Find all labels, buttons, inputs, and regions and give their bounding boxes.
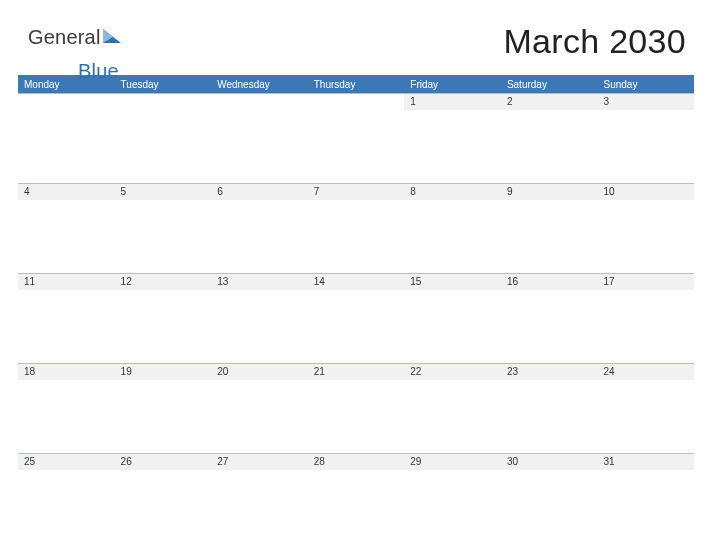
logo-text-row: General [28,26,121,51]
day-cell: 13 [211,273,308,363]
day-number: 21 [308,364,405,380]
day-number: 9 [501,184,598,200]
day-cell: 31 [597,453,694,543]
day-number: 8 [404,184,501,200]
dow-saturday: Saturday [501,79,598,90]
week-row: 4 5 6 7 8 9 10 [18,183,694,273]
day-cell: 2 [501,93,598,183]
day-number [18,94,115,110]
dow-friday: Friday [404,79,501,90]
day-cell [115,93,212,183]
day-number: 12 [115,274,212,290]
day-cell: 22 [404,363,501,453]
day-number: 4 [18,184,115,200]
day-number: 15 [404,274,501,290]
calendar-page: General Blue March 2030 Monday Tuesday W… [0,0,712,550]
week-row: 25 26 27 28 29 30 31 [18,453,694,543]
day-cell: 3 [597,93,694,183]
brand-logo: General Blue [18,22,121,51]
day-number: 5 [115,184,212,200]
day-number: 6 [211,184,308,200]
day-cell: 30 [501,453,598,543]
dow-thursday: Thursday [308,79,405,90]
header: General Blue March 2030 [18,22,694,61]
day-cell: 5 [115,183,212,273]
day-cell: 15 [404,273,501,363]
week-row: 1 2 3 [18,93,694,183]
brand-word-2: Blue [78,60,119,83]
day-number: 28 [308,454,405,470]
day-cell: 21 [308,363,405,453]
day-cell: 29 [404,453,501,543]
day-of-week-header: Monday Tuesday Wednesday Thursday Friday… [18,75,694,93]
day-number: 10 [597,184,694,200]
day-cell: 27 [211,453,308,543]
day-cell: 24 [597,363,694,453]
day-number: 29 [404,454,501,470]
day-cell: 28 [308,453,405,543]
day-cell: 10 [597,183,694,273]
week-row: 18 19 20 21 22 23 24 [18,363,694,453]
day-number: 16 [501,274,598,290]
day-number: 31 [597,454,694,470]
day-cell: 19 [115,363,212,453]
day-cell: 25 [18,453,115,543]
day-cell: 9 [501,183,598,273]
calendar-grid: Monday Tuesday Wednesday Thursday Friday… [18,75,694,543]
day-number: 14 [308,274,405,290]
day-number: 25 [18,454,115,470]
day-cell: 4 [18,183,115,273]
dow-wednesday: Wednesday [211,79,308,90]
day-number: 20 [211,364,308,380]
day-cell: 8 [404,183,501,273]
day-number: 18 [18,364,115,380]
day-number: 27 [211,454,308,470]
day-cell: 1 [404,93,501,183]
day-number: 1 [404,94,501,110]
dow-tuesday: Tuesday [115,79,212,90]
day-number: 24 [597,364,694,380]
day-cell: 16 [501,273,598,363]
day-number: 23 [501,364,598,380]
day-number: 11 [18,274,115,290]
day-cell: 12 [115,273,212,363]
day-number: 13 [211,274,308,290]
day-cell: 20 [211,363,308,453]
day-cell: 7 [308,183,405,273]
day-cell: 23 [501,363,598,453]
day-number: 3 [597,94,694,110]
day-number [211,94,308,110]
page-title: March 2030 [503,22,694,61]
week-row: 11 12 13 14 15 16 17 [18,273,694,363]
day-cell: 17 [597,273,694,363]
day-cell: 11 [18,273,115,363]
day-cell [308,93,405,183]
day-cell: 18 [18,363,115,453]
day-number [115,94,212,110]
day-cell [211,93,308,183]
day-number: 22 [404,364,501,380]
day-number [308,94,405,110]
brand-word-1: General [28,26,101,49]
day-number: 19 [115,364,212,380]
day-number: 17 [597,274,694,290]
day-cell: 26 [115,453,212,543]
day-number: 2 [501,94,598,110]
day-number: 26 [115,454,212,470]
day-number: 7 [308,184,405,200]
day-cell [18,93,115,183]
brand-triangle-icon [103,29,121,51]
day-number: 30 [501,454,598,470]
day-cell: 14 [308,273,405,363]
dow-sunday: Sunday [597,79,694,90]
day-cell: 6 [211,183,308,273]
